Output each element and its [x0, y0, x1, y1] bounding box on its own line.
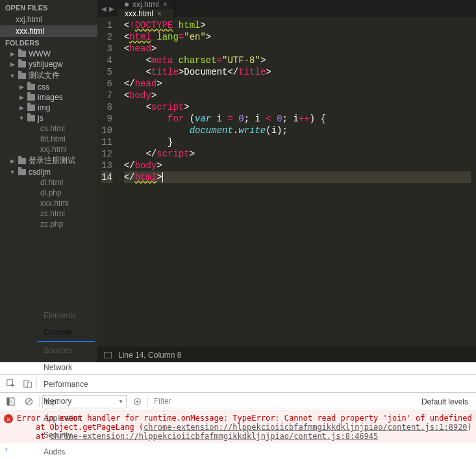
line-number[interactable]: 8	[101, 101, 112, 113]
tab-next-icon[interactable]: ▶	[109, 5, 114, 12]
code-line[interactable]: <title>Document</title>	[124, 66, 471, 78]
line-number[interactable]: 5	[101, 66, 112, 78]
folder-tree-item[interactable]: ▶css	[0, 82, 97, 92]
line-number[interactable]: 2	[101, 31, 112, 43]
tree-label: css	[38, 82, 49, 92]
disclosure-triangle-icon[interactable]: ▼	[9, 73, 16, 79]
open-file-item[interactable]: xxx.html	[0, 25, 97, 37]
disclosure-triangle-icon[interactable]: ▶	[18, 84, 25, 90]
code-line[interactable]: for (var i = 0; i < 0; i++) {	[124, 113, 471, 125]
status-icon	[104, 352, 112, 358]
code-line[interactable]: </head>	[124, 78, 471, 90]
disclosure-triangle-icon[interactable]: ▶	[9, 158, 16, 164]
disclosure-triangle-icon[interactable]: ▶	[9, 61, 16, 68]
line-number[interactable]: 7	[101, 90, 112, 101]
code-line[interactable]: </body>	[124, 160, 471, 171]
tree-label: img	[38, 103, 50, 112]
code-line[interactable]: <body>	[124, 90, 471, 101]
folder-tree-item[interactable]: ▼js	[0, 113, 97, 123]
editor-pane: ◀ ▶ xxj.html×xxx.html× 12345678910111213…	[97, 0, 476, 362]
device-toggle-icon[interactable]	[19, 379, 36, 388]
open-file-item[interactable]: xxj.html	[0, 14, 97, 25]
file-tree-item[interactable]: xxj.html	[0, 144, 97, 155]
file-tree-item[interactable]: cs.html	[0, 123, 97, 134]
tree-label: zc.html	[40, 209, 65, 218]
code[interactable]: <!DOCTYPE html><html lang="en"><head> <m…	[119, 17, 476, 347]
svg-point-8	[136, 401, 138, 403]
tree-label: 测试文件	[29, 70, 60, 81]
line-number[interactable]: 13	[101, 160, 112, 171]
line-number[interactable]: 11	[101, 136, 112, 148]
tree-label: csdljm	[29, 167, 51, 177]
line-number[interactable]: 12	[101, 148, 112, 160]
devtools-tab[interactable]: Performance	[37, 376, 95, 393]
line-number[interactable]: 6	[101, 78, 112, 90]
disclosure-triangle-icon[interactable]: ▶	[9, 51, 16, 57]
devtools-tab[interactable]: Elements	[37, 307, 95, 324]
error-source-link[interactable]: chrome-extension://hlppekcioiicbfafmmgik…	[50, 432, 379, 441]
code-line[interactable]: <!DOCTYPE html>	[124, 19, 471, 31]
disclosure-triangle-icon[interactable]: ▼	[9, 169, 16, 175]
devtools-tab[interactable]: Network	[37, 359, 95, 376]
code-line[interactable]: document.write(i);	[124, 125, 471, 136]
folder-tree-item[interactable]: ▶images	[0, 92, 97, 103]
devtools-tab[interactable]: Sources	[37, 342, 95, 359]
devtools: ElementsConsoleSourcesNetworkPerformance…	[0, 374, 476, 455]
devtools-tab[interactable]: Console	[37, 324, 95, 342]
svg-line-6	[26, 399, 31, 404]
live-expression-icon[interactable]	[129, 397, 145, 406]
folder-icon	[18, 51, 26, 57]
file-tree-item[interactable]: zc.html	[0, 208, 97, 219]
tree-label: 登录注册测试	[29, 155, 75, 166]
folder-tree-item[interactable]: ▼csdljm	[0, 167, 97, 177]
line-number[interactable]: 1	[101, 19, 112, 31]
clear-console-icon[interactable]	[21, 397, 36, 406]
folder-tree-item[interactable]: ▶WWW	[0, 49, 97, 59]
code-line[interactable]: }	[124, 136, 471, 148]
folder-tree-item[interactable]: ▼测试文件	[0, 69, 97, 82]
line-number[interactable]: 9	[101, 113, 112, 125]
folder-tree-item[interactable]: ▶img	[0, 103, 97, 113]
line-number[interactable]: 14	[101, 171, 112, 183]
tab-label: xxj.html	[132, 0, 159, 9]
tab-bar: ◀ ▶ xxj.html×xxx.html×	[97, 0, 476, 17]
file-tree-item[interactable]: dl.html	[0, 177, 97, 188]
folder-icon	[18, 158, 26, 164]
console-output: ✕ Error in event handler for runtime.onM…	[0, 411, 476, 443]
folder-tree-item[interactable]: ▶登录注册测试	[0, 155, 97, 167]
context-selector[interactable]: top	[42, 395, 127, 408]
code-line[interactable]: </html>	[124, 171, 471, 183]
file-tree-item[interactable]: zc.php	[0, 219, 97, 229]
file-tree-item[interactable]: xxx.html	[0, 198, 97, 208]
tree-label: cs.html	[40, 124, 65, 133]
console-sidebar-toggle-icon[interactable]	[3, 397, 18, 406]
file-tree-item[interactable]: lbt.html	[0, 134, 97, 144]
tree-label: WWW	[29, 49, 51, 58]
disclosure-triangle-icon[interactable]: ▶	[18, 105, 25, 111]
file-tree-item[interactable]: dl.php	[0, 188, 97, 198]
tree-label: xxx.html	[40, 199, 69, 208]
line-number[interactable]: 10	[101, 125, 112, 136]
code-area[interactable]: 1234567891011121314 <!DOCTYPE html><html…	[97, 17, 476, 347]
tree-label: dl.php	[40, 188, 62, 197]
code-line[interactable]: <script>	[124, 101, 471, 113]
filter-input[interactable]: Filter	[151, 395, 414, 408]
code-line[interactable]: <meta charset="UTF-8">	[124, 55, 471, 66]
log-levels-selector[interactable]: Default levels	[416, 397, 473, 406]
tab-prev-icon[interactable]: ◀	[101, 5, 106, 12]
line-number[interactable]: 3	[101, 43, 112, 55]
inspect-element-icon[interactable]	[3, 379, 19, 388]
folder-icon	[27, 115, 35, 121]
code-line[interactable]: <head>	[124, 43, 471, 55]
editor-tab[interactable]: xxj.html×	[118, 0, 175, 9]
line-number[interactable]: 4	[101, 55, 112, 66]
code-line[interactable]: </script>	[124, 148, 471, 160]
folder-tree-item[interactable]: ▶yshijuegw	[0, 59, 97, 69]
close-icon[interactable]: ×	[163, 0, 168, 9]
error-source-link[interactable]: chrome-extension://hlppekcioiicbfafmmgik…	[144, 423, 468, 432]
code-line[interactable]: <html lang="en">	[124, 31, 471, 43]
disclosure-triangle-icon[interactable]: ▶	[18, 94, 25, 101]
tab-nav-arrows: ◀ ▶	[97, 0, 118, 17]
disclosure-triangle-icon[interactable]: ▼	[18, 115, 25, 121]
devtools-tab[interactable]: Audits	[37, 443, 95, 456]
